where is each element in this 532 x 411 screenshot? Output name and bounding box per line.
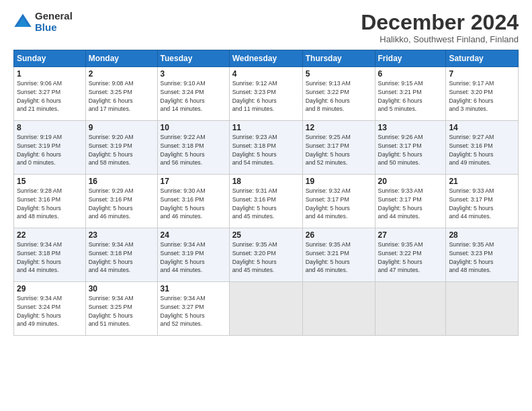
day-info: Sunrise: 9:22 AMSunset: 3:18 PMDaylight:… <box>161 133 226 167</box>
day-cell: 24Sunrise: 9:34 AMSunset: 3:19 PMDayligh… <box>157 228 229 282</box>
header-tuesday: Tuesday <box>157 50 229 67</box>
day-number: 22 <box>17 230 83 240</box>
day-cell: 8Sunrise: 9:19 AMSunset: 3:19 PMDaylight… <box>14 121 86 175</box>
day-number: 2 <box>89 69 154 79</box>
logo-text: General Blue <box>35 11 73 33</box>
title-block: December 2024 Halikko, Southwest Finland… <box>361 11 519 44</box>
day-cell: 25Sunrise: 9:35 AMSunset: 3:20 PMDayligh… <box>229 228 302 282</box>
day-cell: 31Sunrise: 9:34 AMSunset: 3:27 PMDayligh… <box>157 282 229 336</box>
day-number: 5 <box>306 69 372 79</box>
day-info: Sunrise: 9:29 AMSunset: 3:16 PMDaylight:… <box>89 187 154 221</box>
logo-icon <box>13 13 32 32</box>
day-cell: 16Sunrise: 9:29 AMSunset: 3:16 PMDayligh… <box>85 175 157 228</box>
day-info: Sunrise: 9:30 AMSunset: 3:16 PMDaylight:… <box>161 187 226 221</box>
day-info: Sunrise: 9:20 AMSunset: 3:19 PMDaylight:… <box>89 133 154 167</box>
day-number: 18 <box>232 177 300 186</box>
day-cell: 9Sunrise: 9:20 AMSunset: 3:19 PMDaylight… <box>85 121 157 175</box>
day-number: 21 <box>449 177 515 186</box>
day-info: Sunrise: 9:28 AMSunset: 3:16 PMDaylight:… <box>17 187 83 221</box>
day-number: 1 <box>17 69 83 79</box>
day-info: Sunrise: 9:34 AMSunset: 3:25 PMDaylight:… <box>89 294 154 328</box>
page: General Blue December 2024 Halikko, Sout… <box>0 0 532 411</box>
week-row-2: 8Sunrise: 9:19 AMSunset: 3:19 PMDaylight… <box>14 121 519 175</box>
day-info: Sunrise: 9:34 AMSunset: 3:18 PMDaylight:… <box>17 240 83 275</box>
day-number: 4 <box>232 69 300 79</box>
day-number: 31 <box>161 284 226 293</box>
day-cell: 15Sunrise: 9:28 AMSunset: 3:16 PMDayligh… <box>14 175 86 228</box>
day-number: 30 <box>89 284 154 293</box>
day-number: 19 <box>306 177 372 186</box>
header-saturday: Saturday <box>446 50 519 67</box>
day-cell <box>302 282 375 336</box>
logo-blue-text: Blue <box>35 22 73 34</box>
day-cell: 17Sunrise: 9:30 AMSunset: 3:16 PMDayligh… <box>157 175 229 228</box>
day-cell: 23Sunrise: 9:34 AMSunset: 3:18 PMDayligh… <box>85 228 157 282</box>
day-cell: 14Sunrise: 9:27 AMSunset: 3:16 PMDayligh… <box>446 121 519 175</box>
day-info: Sunrise: 9:15 AMSunset: 3:21 PMDaylight:… <box>378 79 443 113</box>
day-info: Sunrise: 9:35 AMSunset: 3:22 PMDaylight:… <box>378 240 443 275</box>
day-number: 27 <box>378 230 443 240</box>
day-info: Sunrise: 9:34 AMSunset: 3:24 PMDaylight:… <box>17 294 83 328</box>
day-info: Sunrise: 9:34 AMSunset: 3:18 PMDaylight:… <box>89 240 154 275</box>
week-row-4: 22Sunrise: 9:34 AMSunset: 3:18 PMDayligh… <box>14 228 519 282</box>
day-cell: 2Sunrise: 9:08 AMSunset: 3:25 PMDaylight… <box>85 67 157 121</box>
day-cell: 19Sunrise: 9:32 AMSunset: 3:17 PMDayligh… <box>302 175 375 228</box>
day-number: 24 <box>161 230 226 240</box>
calendar-table: Sunday Monday Tuesday Wednesday Thursday… <box>13 50 519 336</box>
day-number: 23 <box>89 230 154 240</box>
header-monday: Monday <box>85 50 157 67</box>
day-cell: 26Sunrise: 9:35 AMSunset: 3:21 PMDayligh… <box>302 228 375 282</box>
day-info: Sunrise: 9:35 AMSunset: 3:21 PMDaylight:… <box>306 240 372 275</box>
day-number: 12 <box>306 123 372 132</box>
day-cell: 29Sunrise: 9:34 AMSunset: 3:24 PMDayligh… <box>14 282 86 336</box>
day-cell: 13Sunrise: 9:26 AMSunset: 3:17 PMDayligh… <box>375 121 446 175</box>
header-sunday: Sunday <box>14 50 86 67</box>
day-info: Sunrise: 9:19 AMSunset: 3:19 PMDaylight:… <box>17 133 83 167</box>
header: General Blue December 2024 Halikko, Sout… <box>13 11 519 44</box>
calendar-header: Sunday Monday Tuesday Wednesday Thursday… <box>14 50 519 67</box>
day-number: 16 <box>89 177 154 186</box>
day-number: 29 <box>17 284 83 293</box>
day-cell <box>375 282 446 336</box>
day-cell: 11Sunrise: 9:23 AMSunset: 3:18 PMDayligh… <box>229 121 302 175</box>
day-cell: 30Sunrise: 9:34 AMSunset: 3:25 PMDayligh… <box>85 282 157 336</box>
day-cell: 27Sunrise: 9:35 AMSunset: 3:22 PMDayligh… <box>375 228 446 282</box>
day-number: 9 <box>89 123 154 132</box>
header-row: Sunday Monday Tuesday Wednesday Thursday… <box>14 50 519 67</box>
day-cell: 18Sunrise: 9:31 AMSunset: 3:16 PMDayligh… <box>229 175 302 228</box>
day-cell: 7Sunrise: 9:17 AMSunset: 3:20 PMDaylight… <box>446 67 519 121</box>
calendar-body: 1Sunrise: 9:06 AMSunset: 3:27 PMDaylight… <box>14 67 519 336</box>
day-cell: 22Sunrise: 9:34 AMSunset: 3:18 PMDayligh… <box>14 228 86 282</box>
day-number: 26 <box>306 230 372 240</box>
day-number: 10 <box>161 123 226 132</box>
day-number: 15 <box>17 177 83 186</box>
day-number: 11 <box>232 123 300 132</box>
day-cell <box>446 282 519 336</box>
header-thursday: Thursday <box>302 50 375 67</box>
week-row-5: 29Sunrise: 9:34 AMSunset: 3:24 PMDayligh… <box>14 282 519 336</box>
day-info: Sunrise: 9:33 AMSunset: 3:17 PMDaylight:… <box>449 187 515 221</box>
header-wednesday: Wednesday <box>229 50 302 67</box>
day-cell: 12Sunrise: 9:25 AMSunset: 3:17 PMDayligh… <box>302 121 375 175</box>
week-row-3: 15Sunrise: 9:28 AMSunset: 3:16 PMDayligh… <box>14 175 519 228</box>
day-number: 28 <box>449 230 515 240</box>
day-info: Sunrise: 9:23 AMSunset: 3:18 PMDaylight:… <box>232 133 300 167</box>
week-row-1: 1Sunrise: 9:06 AMSunset: 3:27 PMDaylight… <box>14 67 519 121</box>
day-info: Sunrise: 9:35 AMSunset: 3:20 PMDaylight:… <box>232 240 300 275</box>
calendar-subtitle: Halikko, Southwest Finland, Finland <box>361 34 519 44</box>
day-info: Sunrise: 9:10 AMSunset: 3:24 PMDaylight:… <box>161 79 226 113</box>
day-cell: 1Sunrise: 9:06 AMSunset: 3:27 PMDaylight… <box>14 67 86 121</box>
day-info: Sunrise: 9:33 AMSunset: 3:17 PMDaylight:… <box>378 187 443 221</box>
logo: General Blue <box>13 11 73 33</box>
day-cell: 4Sunrise: 9:12 AMSunset: 3:23 PMDaylight… <box>229 67 302 121</box>
day-cell: 6Sunrise: 9:15 AMSunset: 3:21 PMDaylight… <box>375 67 446 121</box>
day-cell: 20Sunrise: 9:33 AMSunset: 3:17 PMDayligh… <box>375 175 446 228</box>
day-info: Sunrise: 9:26 AMSunset: 3:17 PMDaylight:… <box>378 133 443 167</box>
day-number: 3 <box>161 69 226 79</box>
day-number: 6 <box>378 69 443 79</box>
day-number: 14 <box>449 123 515 132</box>
day-number: 25 <box>232 230 300 240</box>
day-cell <box>229 282 302 336</box>
day-number: 8 <box>17 123 83 132</box>
day-cell: 5Sunrise: 9:13 AMSunset: 3:22 PMDaylight… <box>302 67 375 121</box>
